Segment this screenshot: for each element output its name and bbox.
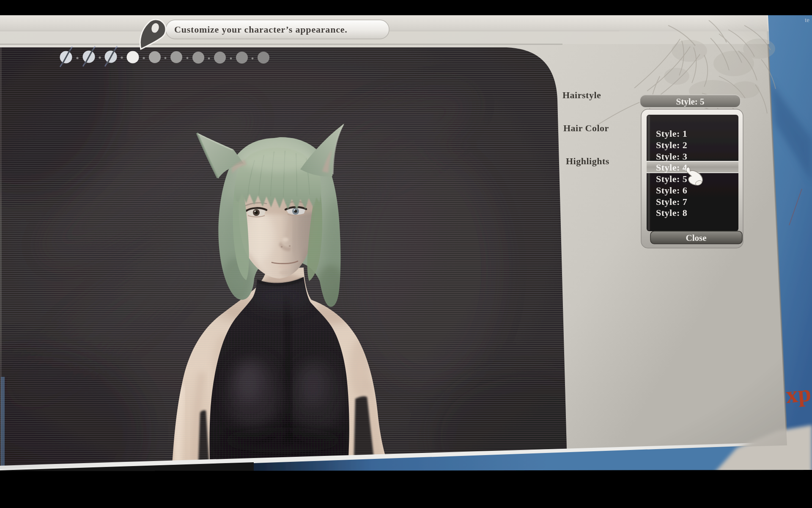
svg-text:te: te: [805, 17, 809, 23]
svg-text:xp: xp: [785, 380, 812, 408]
